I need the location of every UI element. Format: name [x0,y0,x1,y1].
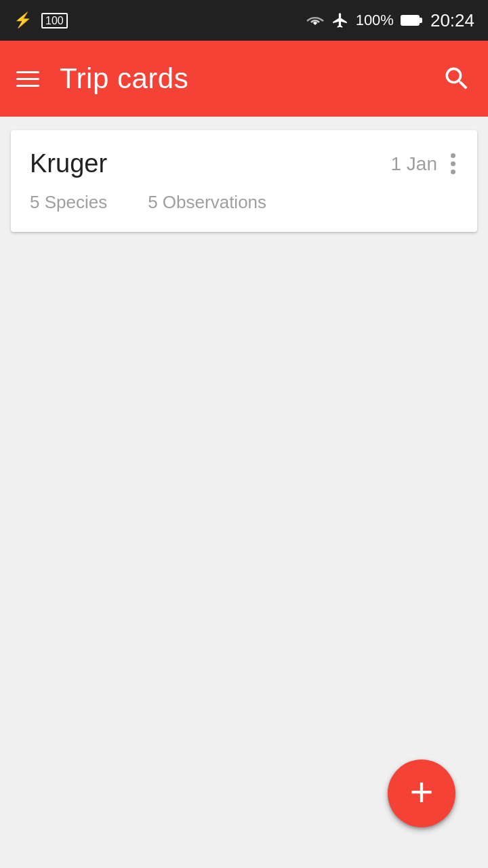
status-bar-left: ⚡ 100 [14,12,68,29]
hamburger-menu-button[interactable] [16,71,39,87]
add-trip-fab[interactable]: + [388,760,455,827]
trip-card-header: Kruger 1 Jan [30,149,458,178]
search-button[interactable] [442,64,472,94]
trip-card[interactable]: Kruger 1 Jan 5 Species 5 Observations [11,130,477,232]
app-bar: Trip cards [0,41,488,117]
app-bar-left: Trip cards [16,62,188,95]
airplane-icon [331,12,349,29]
trip-card-date-actions: 1 Jan [391,151,459,177]
observations-count: 5 Observations [148,192,266,213]
status-bar: ⚡ 100 100% 20:24 [0,0,488,41]
status-time: 20:24 [430,10,474,31]
fab-plus-icon: + [409,772,433,812]
status-bar-right: 100% 20:24 [306,10,474,31]
trip-card-name: Kruger [30,149,107,178]
battery-percent-icon: 100 [41,14,68,28]
page-title: Trip cards [60,62,188,95]
species-count: 5 Species [30,192,107,213]
content-area: Kruger 1 Jan 5 Species 5 Observations [0,117,488,868]
trip-card-stats: 5 Species 5 Observations [30,192,458,213]
battery-icon [401,15,420,26]
wifi-icon [306,13,325,28]
more-options-button[interactable] [448,151,458,177]
battery-percent-text: 100% [356,12,394,29]
trip-card-date: 1 Jan [391,153,438,175]
usb-icon: ⚡ [14,12,32,29]
search-icon [442,64,472,94]
